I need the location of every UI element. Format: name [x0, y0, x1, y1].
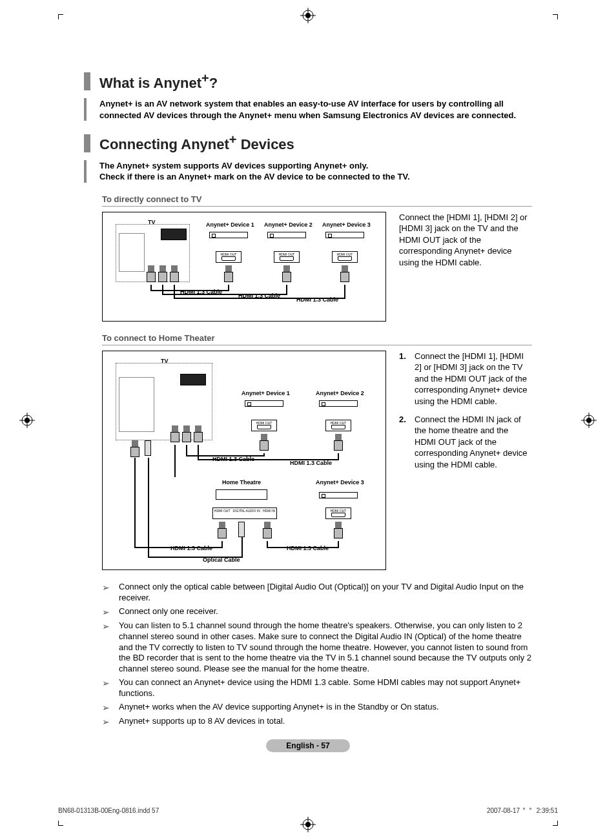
- diagram1-side-text: Connect the [HDMI 1], [HDMI 2] or [HDMI …: [399, 212, 532, 322]
- tv-side-panel: [119, 233, 145, 272]
- hdmi-out-port: HDMI OUT: [216, 251, 241, 263]
- note-item: ➢You can connect an Anynet+ device using…: [102, 677, 532, 699]
- section2-description: The Anynet+ system supports AV devices s…: [84, 160, 532, 183]
- connector-icon: [334, 522, 343, 541]
- note-item: ➢Anynet+ works when the AV device suppor…: [102, 702, 532, 713]
- section1-description: Anynet+ is an AV network system that ena…: [84, 98, 532, 121]
- connector-icon: [224, 265, 233, 285]
- device-icon: [209, 232, 248, 238]
- ht-port-panel: HDMI OUT DIGITAL AUDIO IN HDMI IN: [212, 507, 277, 519]
- heading-text: What is Anynet+?: [99, 71, 218, 92]
- connector-icon: [263, 522, 272, 541]
- tv-hdmi-panel: [161, 229, 187, 240]
- diagram-label-cable: HDMI 1.3 Cable: [287, 545, 329, 551]
- diagram-label-hometheatre: Home Theatre: [222, 479, 261, 486]
- subheading-home-theater: To connect to Home Theater: [102, 333, 532, 345]
- device-icon: [245, 400, 283, 407]
- heading-connecting-anynet: Connecting Anynet+ Devices: [84, 132, 532, 153]
- diagram-label-device2: Anynet+ Device 2: [264, 221, 313, 228]
- registration-mark-icon: [300, 817, 316, 832]
- connector-icon: [147, 265, 156, 285]
- hdmi-out-port: HDMI OUT: [251, 420, 277, 431]
- page-number-badge: English - 57: [266, 739, 350, 752]
- footer-timestamp: 2007-08-17 ᄋᄋ 2:39:51: [487, 807, 558, 814]
- hdmi-out-port: HDMI OUT: [325, 420, 351, 431]
- desc-bar-icon: [84, 98, 87, 121]
- optical-connector-icon: [145, 440, 151, 456]
- arrow-icon: ➢: [102, 620, 119, 675]
- desc-bar-icon: [84, 160, 87, 183]
- page-content: What is Anynet+? Anynet+ is an AV networ…: [84, 71, 532, 788]
- arrow-icon: ➢: [102, 677, 119, 699]
- heading-what-is-anynet: What is Anynet+?: [84, 71, 532, 92]
- connector-icon: [182, 425, 191, 445]
- diagram-label-device1: Anynet+ Device 1: [241, 390, 290, 396]
- arrow-icon: ➢: [102, 716, 119, 728]
- note-item: ➢You can listen to 5.1 channel sound thr…: [102, 620, 532, 675]
- arrow-icon: ➢: [102, 582, 119, 604]
- heading-text: Connecting Anynet+ Devices: [99, 132, 294, 153]
- registration-mark-icon: [581, 413, 597, 428]
- tv-side-panel: [119, 377, 154, 432]
- connector-icon: [170, 265, 179, 285]
- diagram-label-cable: HDMI 1.3 Cable: [290, 460, 332, 466]
- arrow-icon: ➢: [102, 702, 119, 713]
- diagram2-steps: 1. Connect the [HDMI 1], [HDMI 2] or [HD…: [399, 351, 532, 570]
- diagram-label-device3: Anynet+ Device 3: [322, 221, 371, 228]
- print-footer: BN68-01313B-00Eng-0816.indd 57 2007-08-1…: [58, 807, 558, 814]
- connector-icon: [334, 434, 343, 453]
- registration-mark-icon: [300, 8, 316, 23]
- note-item: ➢Connect only one receiver.: [102, 606, 532, 618]
- connector-icon: [130, 440, 139, 460]
- notes-list: ➢Connect only the optical cable between …: [102, 582, 532, 728]
- diagram-label-device2: Anynet+ Device 2: [316, 390, 364, 396]
- connector-icon: [260, 434, 269, 453]
- hometheatre-icon: [216, 489, 267, 500]
- note-item: ➢Connect only the optical cable between …: [102, 582, 532, 604]
- heading-bar-icon: [84, 72, 90, 90]
- device-icon: [319, 400, 358, 407]
- optical-connector-icon: [238, 522, 245, 537]
- section1-desc-text: Anynet+ is an AV network system that ena…: [99, 98, 532, 121]
- diagram-label-device1: Anynet+ Device 1: [206, 221, 254, 228]
- footer-file: BN68-01313B-00Eng-0816.indd 57: [58, 807, 159, 814]
- note-item: ➢Anynet+ supports up to 8 AV devices in …: [102, 716, 532, 728]
- device-icon: [267, 232, 306, 238]
- device-icon: [319, 492, 358, 498]
- connector-icon: [158, 265, 167, 285]
- hdmi-out-port: HDMI OUT: [332, 251, 358, 263]
- connector-icon: [170, 425, 180, 445]
- diagram-direct-connect: TV Anynet+ Device 1 Anynet+ Device 2 Any…: [102, 212, 386, 322]
- diagram-label-cable: HDMI 1.3 Cable: [170, 545, 212, 551]
- arrow-icon: ➢: [102, 606, 119, 618]
- connector-icon: [218, 522, 227, 541]
- section2-desc-text: The Anynet+ system supports AV devices s…: [99, 160, 410, 183]
- connector-icon: [340, 265, 349, 285]
- connector-icon: [282, 265, 291, 285]
- diagram-home-theater: TV Anynet+ Device 1 Anynet+ Device 2 HDM…: [102, 351, 386, 570]
- tv-hdmi-panel: [180, 374, 206, 385]
- connector-icon: [194, 425, 203, 445]
- step-1: 1. Connect the [HDMI 1], [HDMI 2] or [HD…: [399, 351, 532, 407]
- hdmi-out-port: HDMI OUT: [274, 251, 300, 263]
- hdmi-out-port: HDMI OUT: [325, 507, 351, 519]
- device-icon: [325, 232, 364, 238]
- subheading-direct-connect: To directly connect to TV: [102, 194, 532, 207]
- heading-bar-icon: [84, 134, 90, 152]
- registration-mark-icon: [19, 413, 35, 428]
- diagram-label-device3: Anynet+ Device 3: [316, 479, 364, 486]
- step-2: 2. Connect the HDMI IN jack of the home …: [399, 414, 532, 471]
